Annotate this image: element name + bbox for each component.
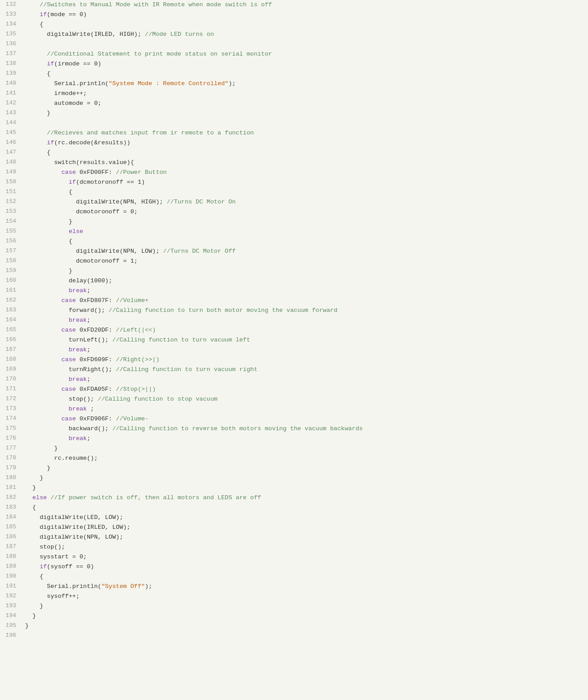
table-row: 158 dcmotoronoff = 1; xyxy=(0,256,588,266)
line-content: automode = 0; xyxy=(22,99,588,108)
plain-token: { xyxy=(25,189,72,195)
plain-token: } xyxy=(25,613,36,619)
break-token: break xyxy=(69,346,87,353)
table-row: 196 xyxy=(0,631,588,641)
line-number: 137 xyxy=(0,49,22,59)
plain-token: 0xFD609F: xyxy=(76,356,116,363)
line-content: break; xyxy=(22,286,588,296)
line-number: 177 xyxy=(0,444,22,454)
plain-token xyxy=(25,317,69,324)
line-content: turnLeft(); //Calling function to turn v… xyxy=(22,335,588,345)
plain-token: irmode++; xyxy=(25,90,87,97)
plain-token: rc.resume(); xyxy=(25,455,98,462)
plain-token: { xyxy=(25,573,43,580)
line-number: 139 xyxy=(0,69,22,79)
comment-token: //Calling function to turn vacuum right xyxy=(116,366,258,373)
line-number: 162 xyxy=(0,296,22,306)
line-content: rc.resume(); xyxy=(22,454,588,463)
plain-token: } xyxy=(25,484,36,491)
line-content: digitalWrite(LED, LOW); xyxy=(22,513,588,523)
plain-token: ; xyxy=(87,406,94,412)
line-number: 194 xyxy=(0,611,22,621)
string-token: "System Mode : Remote Controlled" xyxy=(108,80,228,87)
table-row: 140 Serial.println("System Mode : Remote… xyxy=(0,79,588,89)
plain-token: dcmotoronoff = 1; xyxy=(25,258,138,264)
line-number: 166 xyxy=(0,335,22,345)
line-number: 140 xyxy=(0,79,22,89)
line-content: break ; xyxy=(22,404,588,414)
line-content: sysstart = 0; xyxy=(22,552,588,562)
comment-token: //Recieves and matches input from ir rem… xyxy=(25,130,254,136)
case-token: case xyxy=(61,297,76,304)
plain-token: forward(); xyxy=(25,307,108,314)
plain-token: digitalWrite(IRLED, LOW); xyxy=(25,524,130,531)
table-row: 164 break; xyxy=(0,315,588,325)
plain-token: sysstart = 0; xyxy=(25,553,87,560)
table-row: 169 turnRight(); //Calling function to t… xyxy=(0,365,588,375)
plain-token: dcmotoronoff = 0; xyxy=(25,208,138,215)
line-number: 143 xyxy=(0,108,22,118)
line-number: 134 xyxy=(0,20,22,30)
line-number: 187 xyxy=(0,542,22,552)
break-token: break xyxy=(69,406,87,412)
line-number: 147 xyxy=(0,148,22,158)
line-number: 185 xyxy=(0,523,22,532)
plain-token: { xyxy=(25,149,51,156)
line-number: 160 xyxy=(0,276,22,286)
table-row: 195} xyxy=(0,621,588,631)
plain-token: } xyxy=(25,475,43,481)
plain-token: } xyxy=(25,622,29,629)
line-content: } xyxy=(22,108,588,118)
line-content: { xyxy=(22,187,588,197)
table-row: 133 if(mode == 0) xyxy=(0,10,588,20)
line-content: { xyxy=(22,503,588,513)
line-content: break; xyxy=(22,434,588,444)
line-number: 157 xyxy=(0,246,22,256)
line-number: 191 xyxy=(0,582,22,592)
line-number: 178 xyxy=(0,454,22,463)
table-row: 182 else //If power switch is off, then … xyxy=(0,493,588,503)
plain-token xyxy=(25,563,39,570)
plain-token xyxy=(25,327,61,333)
line-content: irmode++; xyxy=(22,89,588,99)
table-row: 187 stop(); xyxy=(0,542,588,552)
case-token: case xyxy=(61,327,76,333)
line-number: 193 xyxy=(0,601,22,611)
line-number: 192 xyxy=(0,592,22,601)
line-content: } xyxy=(22,483,588,493)
line-content xyxy=(22,118,588,128)
line-content xyxy=(22,631,588,641)
table-row: 132 //Switches to Manual Mode with IR Re… xyxy=(0,0,588,10)
line-content: if(sysoff == 0) xyxy=(22,562,588,572)
plain-token: digitalWrite(IRLED, HIGH); xyxy=(25,31,145,38)
keyword-token: if xyxy=(47,60,54,67)
table-row: 145 //Recieves and matches input from ir… xyxy=(0,128,588,138)
plain-token: ; xyxy=(87,346,91,353)
plain-token xyxy=(25,287,69,294)
line-number: 170 xyxy=(0,375,22,385)
line-number: 133 xyxy=(0,10,22,20)
keyword-token: if xyxy=(39,563,47,570)
plain-token: } xyxy=(25,603,43,609)
line-number: 173 xyxy=(0,404,22,414)
line-number: 144 xyxy=(0,118,22,128)
plain-token: { xyxy=(25,238,72,245)
line-number: 161 xyxy=(0,286,22,296)
line-content: switch(results.value){ xyxy=(22,158,588,168)
break-token: break xyxy=(69,317,87,324)
table-row: 194 } xyxy=(0,611,588,621)
plain-token: { xyxy=(25,70,51,77)
plain-token: digitalWrite(NPN, LOW); xyxy=(25,248,163,255)
table-row: 161 break; xyxy=(0,286,588,296)
plain-token xyxy=(25,60,47,67)
line-number: 132 xyxy=(0,0,22,10)
line-content: } xyxy=(22,217,588,227)
line-number: 181 xyxy=(0,483,22,493)
line-number: 169 xyxy=(0,365,22,375)
comment-token: //Right(>>|) xyxy=(116,356,160,363)
comment-token: //Left(|<<) xyxy=(116,327,156,333)
line-number: 155 xyxy=(0,227,22,237)
line-content: Serial.println("System Off"); xyxy=(22,582,588,592)
table-row: 157 digitalWrite(NPN, LOW); //Turns DC M… xyxy=(0,246,588,256)
line-number: 164 xyxy=(0,315,22,325)
